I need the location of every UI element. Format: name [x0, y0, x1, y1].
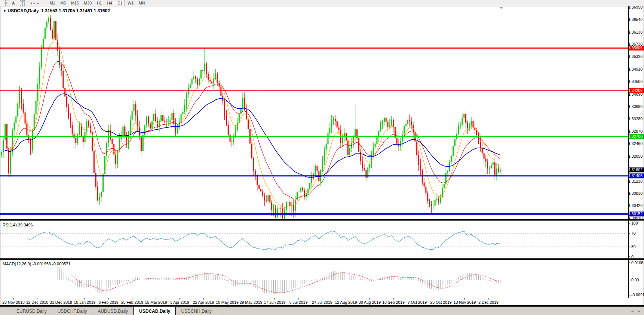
date-label: 17 Jun 2019 — [264, 300, 286, 305]
open-value: 1.31553 — [41, 8, 57, 13]
date-label: 15 Mar 2019 — [145, 300, 167, 305]
svg-text:1.33280: 1.33280 — [628, 117, 643, 121]
date-label: 12 Aug 2019 — [335, 300, 357, 305]
tab-scroll-left-icon[interactable]: ◄ — [631, 309, 634, 313]
svg-text:1.34910: 1.34910 — [628, 67, 643, 71]
tab-usdcnh[interactable]: USDCNH,Daily — [176, 307, 217, 315]
svg-text:1.34500: 1.34500 — [628, 79, 643, 84]
chart-shift-marker-icon[interactable] — [499, 7, 503, 9]
svg-text:1.34206: 1.34206 — [628, 88, 643, 93]
macd-label: MACD(12,26,9) -0.001953 -0.000571 — [3, 262, 71, 266]
cursor-f-icon[interactable]: F — [5, 0, 9, 6]
symbol-period-label: USDCAD,Daily — [7, 8, 39, 13]
chart-canvas[interactable]: 1.369501.365401.361301.357301.353201.349… — [0, 6, 644, 306]
svg-text:1.30420: 1.30420 — [628, 203, 643, 208]
svg-text:1.32700: 1.32700 — [628, 134, 643, 139]
timeframe-h1[interactable]: H1 — [94, 0, 104, 6]
date-label: 29 May 2019 — [240, 300, 263, 305]
svg-text:1.31405: 1.31405 — [628, 173, 643, 178]
svg-text:1.31230: 1.31230 — [628, 179, 643, 183]
timeframe-group: M1M5M15M30H1H4D1W1MN — [47, 0, 147, 6]
svg-text:1.32460: 1.32460 — [628, 141, 643, 146]
svg-text:30: 30 — [631, 244, 636, 249]
svg-text:1.32870: 1.32870 — [628, 129, 643, 133]
macd-signal-line — [70, 273, 500, 293]
timeframe-h4[interactable]: H4 — [104, 0, 114, 6]
low-value: 1.31461 — [76, 8, 92, 13]
toolbar-grip[interactable] — [1, 1, 4, 5]
timeframe-m5[interactable]: M5 — [58, 0, 69, 6]
date-label: 5 Jul 2019 — [289, 300, 307, 305]
svg-text:1.30010: 1.30010 — [628, 216, 643, 220]
close-value: 1.31602 — [94, 8, 110, 13]
tab-usdchf[interactable]: USDCHF,Daily — [52, 307, 93, 315]
date-label: 10 May 2019 — [216, 300, 239, 305]
tab-scroll-right-icon[interactable]: ► — [638, 309, 641, 313]
colors-icon[interactable]: ✦✦▼ — [27, 0, 43, 6]
svg-text:0: 0 — [631, 254, 634, 259]
toolbar-separator — [45, 1, 45, 5]
date-label: 23 Nov 2018 — [2, 300, 25, 305]
rsi-panel — [0, 231, 628, 250]
svg-text:100: 100 — [631, 221, 638, 225]
svg-text:1.36950: 1.36950 — [628, 6, 643, 9]
time-axis: 23 Nov 201812 Dec 201831 Dec 201818 Jan … — [0, 299, 628, 306]
timeframe-w1[interactable]: W1 — [125, 0, 136, 6]
tab-scroll-nav: ◄ ► — [631, 307, 644, 315]
collapse-icon[interactable]: ▼ — [3, 9, 6, 13]
arrow-style-icon[interactable]: A — [9, 0, 18, 6]
date-label: 3 Apr 2019 — [170, 300, 189, 305]
timeframe-m1[interactable]: M1 — [47, 0, 58, 6]
candles-group — [1, 15, 501, 219]
rsi-label: RSI(14) 39.0496 — [3, 223, 33, 227]
svg-text:1.30152: 1.30152 — [628, 211, 643, 216]
svg-text:1.35606: 1.35606 — [628, 46, 643, 50]
date-label: 18 Sep 2019 — [382, 300, 405, 305]
macd-panel — [56, 265, 500, 293]
svg-text:1.36130: 1.36130 — [628, 30, 643, 34]
date-label: 6 Feb 2019 — [98, 300, 118, 305]
svg-text:1.36540: 1.36540 — [628, 17, 643, 22]
dropdown-caret-icon: ▼ — [36, 2, 40, 5]
tab-audusd[interactable]: AUDUSD,Daily — [92, 307, 134, 315]
date-label: 25 Feb 2019 — [121, 300, 143, 305]
svg-text:0.010615: 0.010615 — [631, 260, 644, 265]
svg-text:1.35320: 1.35320 — [628, 54, 643, 59]
date-label: 18 Jan 2019 — [74, 300, 96, 305]
svg-text:1.32050: 1.32050 — [628, 154, 643, 158]
price-axis: 1.369501.365401.361301.357301.353201.349… — [13, 6, 644, 300]
symbol-tab-bar: EURUSD,DailyUSDCHF,DailyAUDUSD,DailyUSDC… — [0, 306, 644, 315]
timeframe-m30[interactable]: M30 — [82, 0, 94, 6]
svg-text:0.00: 0.00 — [631, 278, 639, 282]
date-label: 25 Oct 2019 — [430, 300, 451, 305]
svg-text:1.30830: 1.30830 — [628, 191, 643, 195]
timeframe-d1[interactable]: D1 — [115, 0, 125, 6]
date-label: 13 Nov 2019 — [454, 300, 476, 305]
date-label: 24 Jul 2019 — [312, 300, 332, 305]
date-label: 2 Dec 2019 — [478, 300, 499, 305]
trading-terminal-window: { "toolbar": { "icons": [ {"name": "curs… — [0, 0, 644, 315]
timeframe-mn[interactable]: MN — [136, 0, 147, 6]
svg-text:1.31602: 1.31602 — [628, 167, 643, 172]
tab-eurusd[interactable]: EURUSD,Daily — [11, 307, 52, 315]
date-label: 12 Dec 2018 — [26, 300, 49, 305]
date-label: 31 Dec 2018 — [50, 300, 72, 305]
svg-text:-0.00918: -0.00918 — [631, 293, 644, 297]
timeframe-m15[interactable]: M15 — [68, 0, 81, 6]
svg-text:70: 70 — [631, 231, 636, 235]
chart-title: ▼ USDCAD,Daily 1.31553 1.31705 1.31461 1… — [3, 8, 110, 13]
tab-usdcad[interactable]: USDCAD,Daily — [134, 307, 176, 315]
toolbar: F A T ✦✦▼ M1M5M15M30H1H4D1W1MN — [0, 0, 644, 6]
text-tool-icon[interactable]: T — [17, 0, 27, 6]
date-label: 30 Aug 2019 — [359, 300, 381, 305]
date-label: 22 Apr 2019 — [193, 300, 214, 305]
svg-text:1.33680: 1.33680 — [628, 104, 643, 109]
high-value: 1.31705 — [59, 8, 75, 13]
date-label: 7 Oct 2019 — [408, 300, 427, 305]
